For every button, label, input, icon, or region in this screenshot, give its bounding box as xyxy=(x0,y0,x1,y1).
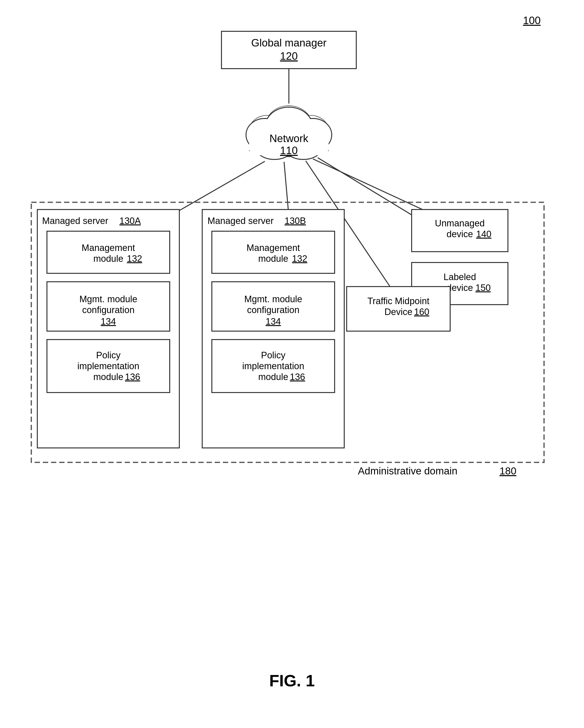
svg-text:136: 136 xyxy=(290,372,305,382)
svg-text:110: 110 xyxy=(280,145,297,156)
svg-text:module: module xyxy=(258,372,288,382)
svg-text:134: 134 xyxy=(101,316,116,327)
svg-text:150: 150 xyxy=(475,283,490,293)
svg-text:134: 134 xyxy=(266,316,281,327)
svg-text:Unmanaged: Unmanaged xyxy=(435,218,484,228)
svg-text:Traffic Midpoint: Traffic Midpoint xyxy=(367,296,429,306)
svg-text:Labeled: Labeled xyxy=(444,272,476,282)
svg-text:Administrative domain: Administrative domain xyxy=(358,465,457,476)
svg-text:180: 180 xyxy=(500,465,516,476)
svg-text:configuration: configuration xyxy=(247,305,299,315)
svg-text:Policy: Policy xyxy=(261,350,285,360)
svg-text:device: device xyxy=(447,229,473,239)
svg-text:120: 120 xyxy=(280,50,297,62)
svg-text:132: 132 xyxy=(292,254,307,264)
svg-text:implementation: implementation xyxy=(242,361,304,371)
svg-text:Managed server: Managed server xyxy=(42,216,108,226)
svg-line-32 xyxy=(313,159,438,217)
svg-text:module: module xyxy=(258,254,288,264)
svg-text:module: module xyxy=(94,254,124,264)
svg-line-30 xyxy=(168,161,265,217)
svg-text:132: 132 xyxy=(127,254,142,264)
svg-text:Policy: Policy xyxy=(96,350,121,360)
svg-text:136: 136 xyxy=(125,372,140,382)
svg-text:Mgmt. module: Mgmt. module xyxy=(79,294,137,304)
svg-text:130B: 130B xyxy=(285,216,306,226)
svg-text:Device: Device xyxy=(384,307,413,317)
svg-text:module: module xyxy=(94,372,124,382)
svg-text:configuration: configuration xyxy=(82,305,135,315)
svg-text:FIG. 1: FIG. 1 xyxy=(269,671,315,690)
svg-line-31 xyxy=(284,162,289,217)
svg-text:Management: Management xyxy=(82,243,135,253)
svg-text:implementation: implementation xyxy=(77,361,139,371)
svg-text:Managed server: Managed server xyxy=(208,216,274,226)
svg-text:130A: 130A xyxy=(120,216,141,226)
svg-text:Network: Network xyxy=(269,132,308,144)
svg-text:160: 160 xyxy=(414,307,429,317)
svg-text:Mgmt. module: Mgmt. module xyxy=(244,294,302,304)
svg-text:Global manager: Global manager xyxy=(251,37,326,49)
svg-text:140: 140 xyxy=(476,229,491,239)
svg-text:Management: Management xyxy=(246,243,300,253)
